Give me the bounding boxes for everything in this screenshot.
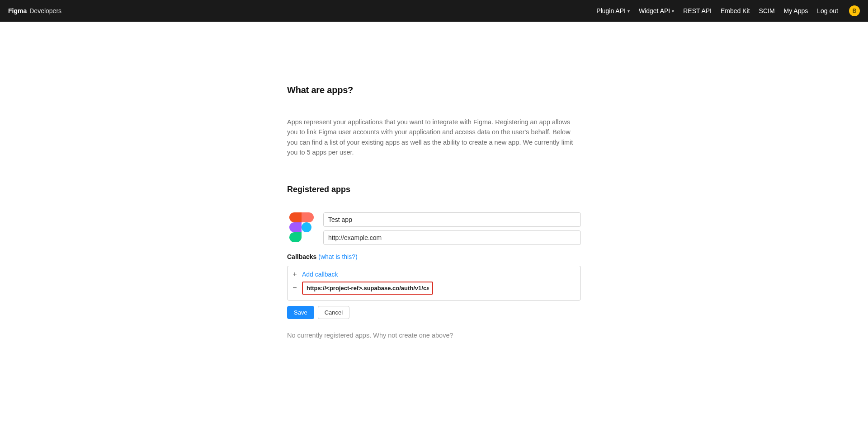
nav-my-apps[interactable]: My Apps [784, 7, 808, 14]
app-form-row [287, 212, 581, 245]
callback-entry-row: − [291, 280, 577, 296]
top-nav: Figma Developers Plugin API ▾ Widget API… [0, 0, 868, 22]
nav-plugin-api[interactable]: Plugin API ▾ [596, 7, 630, 14]
nav-log-out[interactable]: Log out [817, 7, 838, 14]
app-name-input[interactable] [323, 212, 581, 227]
chevron-down-icon: ▾ [672, 9, 674, 14]
callback-url-input[interactable] [302, 282, 433, 295]
nav-rest-api[interactable]: REST API [683, 7, 712, 14]
avatar[interactable]: B [849, 5, 860, 16]
app-inputs [323, 212, 581, 245]
nav-embed-kit[interactable]: Embed Kit [721, 7, 750, 14]
nav-links: Plugin API ▾ Widget API ▾ REST API Embed… [596, 5, 860, 16]
page-content: What are apps? Apps represent your appli… [287, 22, 581, 366]
brand[interactable]: Figma Developers [8, 7, 61, 14]
nav-plugin-api-label: Plugin API [596, 7, 626, 14]
brand-sub: Developers [29, 7, 61, 14]
callbacks-label: Callbacks [287, 253, 316, 260]
brand-name: Figma [8, 7, 27, 14]
nav-widget-api[interactable]: Widget API ▾ [639, 7, 674, 14]
svg-point-0 [302, 222, 311, 232]
plus-icon: + [291, 271, 298, 278]
save-button[interactable]: Save [287, 306, 314, 319]
minus-icon[interactable]: − [291, 284, 298, 291]
what-are-apps-heading: What are apps? [287, 85, 581, 95]
callbacks-help-link[interactable]: (what is this?) [318, 253, 357, 260]
cancel-button[interactable]: Cancel [318, 306, 349, 319]
chevron-down-icon: ▾ [627, 9, 630, 14]
form-buttons: Save Cancel [287, 306, 581, 319]
registered-apps-heading: Registered apps [287, 185, 581, 194]
callbacks-box: + Add callback − [287, 266, 581, 301]
empty-state-text: No currently registered apps. Why not cr… [287, 332, 581, 339]
add-callback-row[interactable]: + Add callback [291, 269, 577, 280]
nav-widget-api-label: Widget API [639, 7, 670, 14]
figma-logo-icon [287, 212, 316, 245]
app-url-input[interactable] [323, 230, 581, 245]
what-are-apps-body: Apps represent your applications that yo… [287, 117, 581, 158]
callbacks-label-row: Callbacks (what is this?) [287, 253, 581, 260]
add-callback-link[interactable]: Add callback [302, 271, 338, 278]
nav-scim[interactable]: SCIM [759, 7, 775, 14]
